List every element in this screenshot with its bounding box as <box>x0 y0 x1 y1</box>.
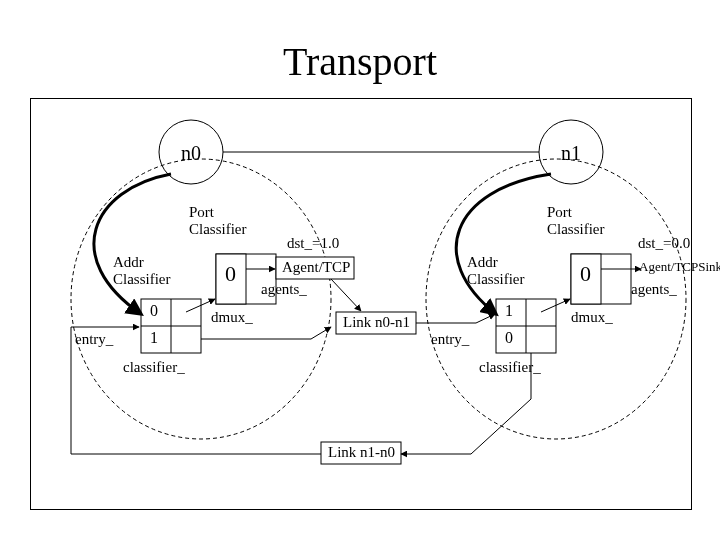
addr-classifier-label-left: Addr Classifier <box>113 254 171 287</box>
classifier-label-right: classifier_ <box>479 359 541 376</box>
classifier-label-left: classifier_ <box>123 359 185 376</box>
agents-label-right: agents_ <box>631 281 677 298</box>
port-classifier-label-left: Port Classifier <box>189 204 247 237</box>
agent-tcpsink-label: Agent/TCPSink <box>639 259 720 275</box>
link-n0-n1-label: Link n0-n1 <box>343 314 410 331</box>
addr-slot0-left: 0 <box>150 302 158 320</box>
port-classifier-label-right: Port Classifier <box>547 204 605 237</box>
addr-slot1-left: 1 <box>150 329 158 347</box>
entry-label-left: entry_ <box>75 331 113 348</box>
page-title: Transport <box>0 38 720 85</box>
port-slot0-right: 0 <box>580 261 591 287</box>
agents-label-left: agents_ <box>261 281 307 298</box>
dmux-label-right: dmux_ <box>571 309 613 326</box>
dst-label-left: dst_=1.0 <box>287 235 339 252</box>
agent-tcp-label: Agent/TCP <box>282 259 350 276</box>
addr-classifier-label-right: Addr Classifier <box>467 254 525 287</box>
node-n1: n1 <box>561 142 581 165</box>
dst-label-right: dst_=0.0 <box>638 235 690 252</box>
addr-slot1-right: 1 <box>505 302 513 320</box>
diagram-frame: n0 n1 Port Classifier Addr Classifier ds… <box>30 98 692 510</box>
port-slot0-left: 0 <box>225 261 236 287</box>
node-n0: n0 <box>181 142 201 165</box>
entry-label-right: entry_ <box>431 331 469 348</box>
addr-slot0-right: 0 <box>505 329 513 347</box>
link-n1-n0-label: Link n1-n0 <box>328 444 395 461</box>
dmux-label-left: dmux_ <box>211 309 253 326</box>
